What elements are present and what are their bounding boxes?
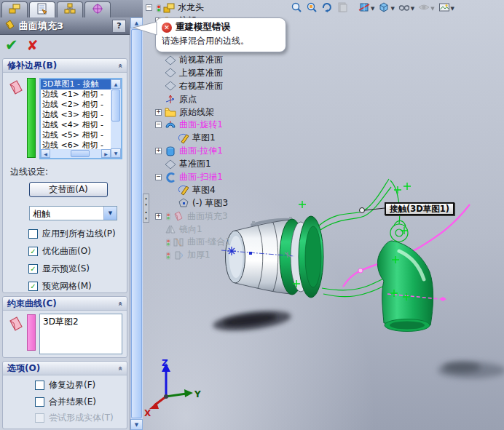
scroll-down-arrow[interactable]: ▼ (111, 148, 121, 158)
confirm-bar: ✔ ✘ (0, 35, 130, 55)
boundary-option-checkbox[interactable]: ✓预览网格(M) (28, 280, 92, 292)
collapse-chevron-icon[interactable]: « (116, 301, 124, 306)
boundary-option-checkbox[interactable]: ✓优化曲面(O) (28, 245, 91, 258)
dimxpert-tab[interactable] (84, 1, 111, 17)
collapse-chevron-icon[interactable]: « (116, 366, 124, 370)
tree-item[interactable]: 基准面1 (146, 158, 291, 171)
fill-option-checkbox[interactable]: 修复边界(F) (35, 379, 95, 391)
tree-item[interactable]: +原始线架 (146, 105, 291, 119)
features-tab[interactable] (1, 1, 28, 17)
tree-item[interactable]: −曲面-扫描1 (146, 171, 291, 184)
checkbox-box[interactable]: ✓ (28, 247, 38, 256)
edge-list-item[interactable]: 边线 <4> 相切 - (41, 120, 111, 130)
stoplight-icon (165, 237, 171, 247)
tree-item[interactable]: 加厚1 (146, 249, 291, 262)
expand-icon[interactable]: + (155, 213, 162, 220)
alternate-face-button[interactable]: 交替面(A) (29, 182, 108, 197)
tree-item[interactable]: 镜向1 (146, 223, 291, 236)
display-style-button[interactable]: ▼ (398, 1, 415, 17)
graphics-viewport[interactable]: Z Y X ▼▼▼▼▼ −水龙头+注解前视基准面上视基准面右视基准面原点+原始线… (143, 0, 504, 430)
boundary-option-checkbox[interactable]: 应用到所有边线(P) (28, 228, 116, 240)
plane-icon (165, 80, 176, 92)
edge-list-item[interactable]: 3D草图1 - 接触 (41, 79, 111, 89)
configurations-tab[interactable] (57, 1, 83, 17)
collapse-icon[interactable]: − (155, 122, 162, 128)
cancel-button[interactable]: ✘ (27, 38, 39, 52)
collapse-icon[interactable]: − (155, 174, 162, 180)
apply-scene-button[interactable]: ▼ (438, 1, 455, 17)
checkbox-box[interactable]: ✓ (28, 264, 38, 274)
panel-scroll-thumb[interactable] (131, 29, 142, 418)
patch-boundary-header[interactable]: 修补边界(B) « (3, 59, 127, 73)
triad-y-label: Y (194, 389, 201, 399)
contact-callout[interactable]: 接触(3D草图1) (385, 202, 454, 215)
scroll-up-arrow[interactable]: ▲ (111, 79, 121, 89)
chevron-down-icon[interactable]: ▼ (430, 6, 434, 12)
edge-list-vscrollbar[interactable]: ▲ ▼ (111, 79, 121, 158)
options-header[interactable]: 选项(O) « (3, 362, 127, 375)
constraint-curves-header[interactable]: 约束曲线(C) « (3, 297, 127, 311)
section-view-button[interactable]: ▼ (358, 1, 375, 17)
edge-list-hscrollbar[interactable]: ◀ ▶ (41, 149, 111, 158)
edge-list-item[interactable]: 边线 <5> 相切 - (41, 130, 111, 140)
chevron-down-icon[interactable]: ▼ (371, 6, 374, 12)
sketch-icon (178, 184, 189, 196)
edge-list-item[interactable]: 边线 <1> 相切 - (41, 89, 111, 100)
patch-boundary-section: 修补边界(B) « 3D草图1 - 接触边线 <1> 相切 - 边线 <2> 相… (2, 58, 127, 293)
tree-item[interactable]: 右视基准面 (146, 79, 291, 92)
boundary-edge-list[interactable]: 3D草图1 - 接触边线 <1> 相切 - 边线 <2> 相切 - 边线 <3>… (39, 78, 122, 159)
checkbox-box[interactable] (35, 397, 44, 407)
tree-item-label: 草图1 (192, 132, 216, 144)
chevron-down-icon[interactable]: ▼ (451, 6, 454, 12)
ok-button[interactable]: ✔ (5, 38, 18, 52)
scroll-left-arrow[interactable]: ◀ (41, 149, 50, 158)
fill-option-checkbox[interactable]: 合并结果(E) (35, 396, 96, 408)
collapse-chevron-icon[interactable]: « (116, 63, 124, 68)
expand-icon[interactable]: + (155, 148, 162, 154)
edge-list-item[interactable]: 边线 <2> 相切 - (41, 100, 111, 110)
checkbox-box[interactable] (28, 229, 38, 239)
tree-item[interactable]: 原点 (146, 92, 291, 105)
property-tab[interactable] (29, 1, 55, 17)
boundary-option-checkbox[interactable]: ✓显示预览(S) (28, 263, 90, 275)
zoom-area-button[interactable] (305, 1, 318, 17)
constraint-curve-item[interactable]: 3D草图2 (43, 316, 119, 328)
chevron-down-icon[interactable]: ▼ (411, 6, 414, 12)
tree-item[interactable]: 草图1 (146, 132, 291, 145)
tree-item[interactable]: (-) 草图3 (146, 196, 291, 210)
rebuild-error-balloon[interactable]: ✕ 重建模型错误 请选择混合用的边线。 (155, 17, 286, 52)
surface-extrude-icon (165, 146, 176, 157)
tree-item[interactable]: 前视基准面 (146, 54, 291, 67)
rotate-view-button[interactable] (320, 1, 334, 17)
thicken-icon (173, 250, 184, 261)
tree-splitter-handle[interactable]: ▴▾▴▾ (143, 194, 149, 223)
edge-list-item[interactable]: 边线 <6> 相切 - (41, 140, 111, 149)
scroll-right-arrow[interactable]: ▶ (101, 149, 111, 158)
tree-item[interactable]: +曲面填充3 (146, 210, 291, 223)
zoom-fit-button[interactable] (290, 1, 303, 17)
tree-item[interactable]: −曲面-旋转1 (146, 119, 291, 132)
checkbox-box[interactable] (35, 381, 44, 390)
tree-item[interactable]: +曲面-拉伸1 (146, 145, 291, 158)
chevron-down-icon[interactable]: ▼ (103, 207, 117, 220)
view-orientation-button[interactable]: ▼ (377, 1, 395, 17)
edge-list-item[interactable]: 边线 <3> 相切 - (41, 110, 111, 120)
collapse-icon[interactable]: − (146, 4, 152, 11)
vscroll-thumb[interactable] (111, 89, 120, 122)
expand-icon[interactable]: + (155, 109, 162, 116)
checkbox-box[interactable]: ✓ (28, 282, 38, 291)
tree-item[interactable]: −水龙头 (146, 1, 291, 15)
tree-item[interactable]: 上视基准面 (146, 66, 291, 79)
error-title: 重建模型错误 (176, 21, 230, 33)
help-button[interactable]: ? (112, 20, 126, 33)
hscroll-thumb[interactable] (71, 150, 90, 157)
curvature-control-dropdown[interactable]: 相触 ▼ (29, 206, 117, 220)
panel-vscrollbar[interactable]: ▲ ▼ (130, 17, 143, 430)
chevron-down-icon[interactable]: ▼ (390, 6, 394, 12)
constraint-curve-list[interactable]: 3D草图2 (39, 314, 122, 354)
patch-boundary-icon (7, 79, 25, 97)
elbow-spout-surface[interactable] (377, 241, 446, 332)
tree-item[interactable]: 曲面-缝合1 (146, 236, 291, 249)
scroll-down-arrow[interactable]: ▼ (130, 419, 143, 430)
tree-item[interactable]: 草图4 (146, 183, 291, 196)
